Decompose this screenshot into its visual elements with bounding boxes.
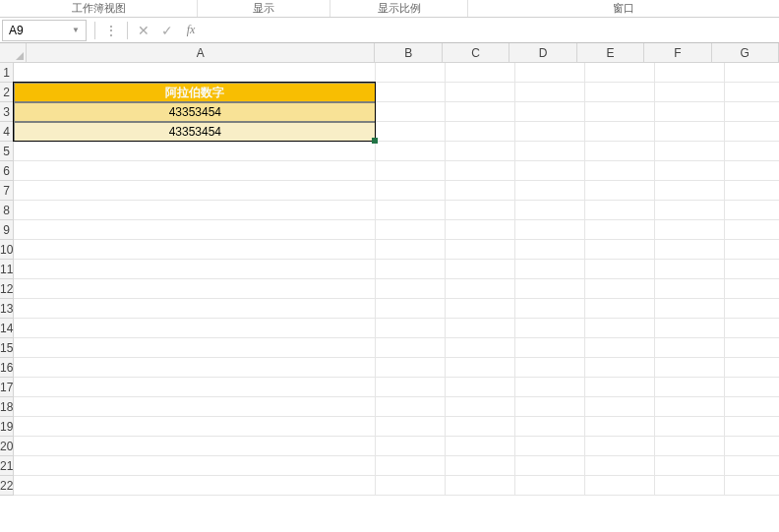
cell-G18[interactable] (725, 397, 779, 417)
cell-G21[interactable] (725, 456, 779, 476)
cell-F12[interactable] (655, 279, 725, 299)
row-header-17[interactable]: 17 (0, 378, 14, 397)
cell-A14[interactable] (14, 319, 376, 338)
cell-D10[interactable] (515, 240, 585, 260)
cell-A9[interactable] (14, 220, 376, 240)
cell-B14[interactable] (376, 319, 446, 338)
cell-G10[interactable] (725, 240, 779, 260)
cell-D12[interactable] (515, 279, 585, 299)
cell-B16[interactable] (376, 358, 446, 378)
cell-A2[interactable]: 阿拉伯数字 (14, 83, 376, 102)
cell-D11[interactable] (515, 260, 585, 279)
row-header-4[interactable]: 4 (0, 122, 14, 142)
row-header-10[interactable]: 10 (0, 240, 14, 260)
fx-button[interactable]: fx (179, 21, 203, 40)
col-header-B[interactable]: B (375, 43, 442, 63)
cell-F17[interactable] (655, 378, 725, 397)
cell-B10[interactable] (376, 240, 446, 260)
cell-D15[interactable] (515, 338, 585, 358)
cell-D4[interactable] (515, 122, 585, 142)
cell-G16[interactable] (725, 358, 779, 378)
row-header-22[interactable]: 22 (0, 476, 14, 496)
cell-A5[interactable] (14, 142, 376, 161)
cell-F1[interactable] (655, 63, 725, 83)
cell-C3[interactable] (446, 102, 515, 122)
cell-C14[interactable] (446, 319, 515, 338)
cell-C7[interactable] (446, 181, 515, 201)
cell-F11[interactable] (655, 260, 725, 279)
cell-A4[interactable]: 43353454 (14, 122, 376, 142)
cell-D18[interactable] (515, 397, 585, 417)
cell-A1[interactable] (14, 63, 376, 83)
cell-E15[interactable] (585, 338, 655, 358)
cell-B11[interactable] (376, 260, 446, 279)
cell-F21[interactable] (655, 456, 725, 476)
cell-G20[interactable] (725, 437, 779, 456)
cell-A11[interactable] (14, 260, 376, 279)
cell-B15[interactable] (376, 338, 446, 358)
cell-C10[interactable] (446, 240, 515, 260)
col-header-D[interactable]: D (509, 43, 576, 63)
cell-E14[interactable] (585, 319, 655, 338)
cell-D21[interactable] (515, 456, 585, 476)
cell-G14[interactable] (725, 319, 779, 338)
cell-E4[interactable] (585, 122, 655, 142)
cell-C2[interactable] (446, 83, 515, 102)
row-header-18[interactable]: 18 (0, 397, 14, 417)
cell-A12[interactable] (14, 279, 376, 299)
cell-C17[interactable] (446, 378, 515, 397)
cell-G12[interactable] (725, 279, 779, 299)
cell-A13[interactable] (14, 299, 376, 319)
cell-A20[interactable] (14, 437, 376, 456)
cell-E10[interactable] (585, 240, 655, 260)
cell-A18[interactable] (14, 397, 376, 417)
cell-D16[interactable] (515, 358, 585, 378)
row-header-6[interactable]: 6 (0, 161, 14, 181)
cell-F16[interactable] (655, 358, 725, 378)
cell-C18[interactable] (446, 397, 515, 417)
cell-F2[interactable] (655, 83, 725, 102)
cell-C12[interactable] (446, 279, 515, 299)
cell-B21[interactable] (376, 456, 446, 476)
cell-E16[interactable] (585, 358, 655, 378)
cell-A7[interactable] (14, 181, 376, 201)
cell-D22[interactable] (515, 476, 585, 496)
cell-C15[interactable] (446, 338, 515, 358)
cell-C11[interactable] (446, 260, 515, 279)
row-header-19[interactable]: 19 (0, 417, 14, 437)
cell-D7[interactable] (515, 181, 585, 201)
cell-B17[interactable] (376, 378, 446, 397)
cell-C8[interactable] (446, 201, 515, 220)
row-header-2[interactable]: 2 (0, 83, 14, 102)
cell-E9[interactable] (585, 220, 655, 240)
cell-B6[interactable] (376, 161, 446, 181)
cell-F15[interactable] (655, 338, 725, 358)
cell-C20[interactable] (446, 437, 515, 456)
cell-B2[interactable] (376, 83, 446, 102)
row-header-20[interactable]: 20 (0, 437, 14, 456)
row-header-11[interactable]: 11 (0, 260, 14, 279)
formula-input[interactable] (203, 20, 777, 41)
cell-E13[interactable] (585, 299, 655, 319)
cell-F14[interactable] (655, 319, 725, 338)
cell-D20[interactable] (515, 437, 585, 456)
cell-C4[interactable] (446, 122, 515, 142)
cell-E8[interactable] (585, 201, 655, 220)
cell-F20[interactable] (655, 437, 725, 456)
confirm-button[interactable]: ✓ (155, 21, 179, 40)
cell-F10[interactable] (655, 240, 725, 260)
cell-A3[interactable]: 43353454 (14, 102, 376, 122)
cell-F22[interactable] (655, 476, 725, 496)
cell-B8[interactable] (376, 201, 446, 220)
cell-E18[interactable] (585, 397, 655, 417)
cell-A16[interactable] (14, 358, 376, 378)
cell-C1[interactable] (446, 63, 515, 83)
cell-B9[interactable] (376, 220, 446, 240)
cell-E11[interactable] (585, 260, 655, 279)
cell-G17[interactable] (725, 378, 779, 397)
cell-G1[interactable] (725, 63, 779, 83)
cell-G5[interactable] (725, 142, 779, 161)
cell-E1[interactable] (585, 63, 655, 83)
cell-E7[interactable] (585, 181, 655, 201)
cell-E6[interactable] (585, 161, 655, 181)
